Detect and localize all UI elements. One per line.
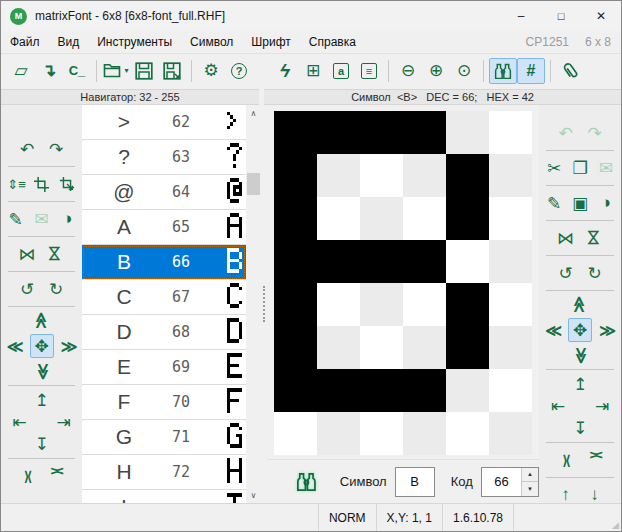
char-row[interactable]: I [82,490,246,503]
pixel-cell[interactable] [446,240,489,283]
menu-help[interactable]: Справка [300,31,365,53]
char-row[interactable]: @ 64 [82,175,246,210]
pixel-cell[interactable] [446,369,489,412]
char-row[interactable]: H 72 [82,455,246,490]
snap-right-icon[interactable]: ⇥ [55,413,73,431]
pixel-cell[interactable] [403,412,446,455]
menu-file[interactable]: Файл [1,31,49,53]
redo-icon[interactable]: ↷ [47,140,65,158]
char-row[interactable]: ? 63 [82,140,246,175]
pixel-cell[interactable] [360,369,403,412]
move-mode-icon[interactable]: ✥ [568,318,592,342]
squeeze-vertical-icon[interactable]: ⟩⟨ [586,451,604,469]
pixel-cell[interactable] [274,111,317,154]
shift-right-icon[interactable]: ≫ [598,321,616,339]
pixel-cell[interactable] [403,240,446,283]
copy-icon[interactable]: ❐ [571,159,589,177]
pixel-cell[interactable] [317,240,360,283]
apply-button[interactable]: ϟ [271,58,299,84]
pixel-cell[interactable] [489,111,532,154]
snap-top-icon[interactable]: ↥ [33,391,51,409]
rotate-cw-icon[interactable]: ↻ [586,264,604,282]
pixel-cell[interactable] [360,412,403,455]
pixel-cell[interactable] [317,111,360,154]
snap-bottom-icon[interactable]: ↧ [571,419,589,437]
paste-envelope-icon[interactable]: ✉ [33,210,51,228]
pixel-cell[interactable] [360,197,403,240]
squeeze-horizontal-icon[interactable]: ⟩⟨ [18,467,36,485]
spin-down-button[interactable]: ▼ [522,482,538,496]
scroll-down-arrow[interactable]: ∨ [246,487,261,503]
pixel-cell[interactable] [360,240,403,283]
pixel-cell[interactable] [274,197,317,240]
pixel-cell[interactable] [317,283,360,326]
snap-bottom-icon[interactable]: ↧ [33,435,51,453]
shift-down-icon[interactable]: ≪ [33,362,51,380]
zoom-out-button[interactable]: ⊖ [394,58,422,84]
invert-icon[interactable]: ◑ [59,210,77,228]
clear-symbol-button[interactable]: C_ [63,58,91,84]
shift-up-icon[interactable]: ≪ [33,312,51,330]
snap-left-icon[interactable]: ⇤ [549,397,567,415]
pixel-cell[interactable] [446,412,489,455]
pixel-cell[interactable] [360,111,403,154]
snap-left-icon[interactable]: ⇤ [11,413,29,431]
pixel-cell[interactable] [489,197,532,240]
help-button[interactable]: ? [225,58,253,84]
shift-up-icon[interactable]: ≪ [571,296,589,314]
resize-grip[interactable]: ◢ [612,520,619,530]
view-list-button[interactable]: ≡ [355,58,383,84]
pixel-cell[interactable] [360,326,403,369]
pixel-cell[interactable] [403,283,446,326]
prev-char-icon[interactable]: ↑ [557,486,575,504]
view-char-button[interactable]: a [327,58,355,84]
pixel-cell[interactable] [489,240,532,283]
new-symbol-button[interactable]: ▱ [7,58,35,84]
spin-up-button[interactable]: ▲ [522,468,538,483]
menu-tools[interactable]: Инструменты [88,31,181,53]
pixel-cell[interactable] [403,369,446,412]
pixel-cell[interactable] [274,283,317,326]
flip-horizontal-icon[interactable]: ⋈ [18,245,36,263]
pixel-cell[interactable] [317,412,360,455]
char-row[interactable]: E 69 [82,350,246,385]
pixel-cell[interactable] [317,154,360,197]
save-button[interactable] [130,58,158,84]
undo-icon[interactable]: ↶ [557,124,575,142]
rotate-ccw-icon[interactable]: ↺ [18,280,36,298]
maximize-button[interactable]: □ [541,1,581,31]
pixel-cell[interactable] [489,154,532,197]
snap-right-icon[interactable]: ⇥ [593,397,611,415]
pixel-cell[interactable] [489,326,532,369]
zoom-fit-button[interactable]: ⊙ [450,58,478,84]
squeeze-horizontal-icon[interactable]: ⟩⟨ [557,451,575,469]
move-mode-icon[interactable]: ✥ [30,334,54,358]
pixel-cell[interactable] [446,111,489,154]
pixel-cell[interactable] [446,154,489,197]
redo-icon[interactable]: ↷ [586,124,604,142]
pixel-cell[interactable] [317,197,360,240]
pixel-cell[interactable] [274,369,317,412]
menu-font[interactable]: Шрифт [242,31,299,53]
save-as-button[interactable] [158,58,186,84]
pixel-cell[interactable] [446,283,489,326]
char-row[interactable]: C 67 [82,280,246,315]
minimize-button[interactable]: – [501,1,541,31]
pixel-cell[interactable] [446,197,489,240]
pixel-cell[interactable] [446,326,489,369]
cut-icon[interactable]: ✂ [545,159,563,177]
pixel-cell[interactable] [360,154,403,197]
menu-symbol[interactable]: Символ [181,31,242,53]
flip-vertical-icon[interactable]: ⋈ [586,229,604,247]
paintbrush-icon[interactable]: ✎ [7,210,25,228]
pixel-cell[interactable] [403,154,446,197]
shift-left-icon[interactable]: ≪ [6,337,24,355]
pixel-cell[interactable] [274,154,317,197]
find-symbol-icon[interactable] [295,468,318,495]
menu-view[interactable]: Вид [49,31,89,53]
navigator-toggle-button[interactable] [489,58,517,84]
paintbrush-icon[interactable]: ✎ [545,194,563,212]
code-spinbox[interactable]: 66 ▲ ▼ [481,467,539,497]
pixel-cell[interactable] [360,283,403,326]
next-char-icon[interactable]: ↓ [586,486,604,504]
